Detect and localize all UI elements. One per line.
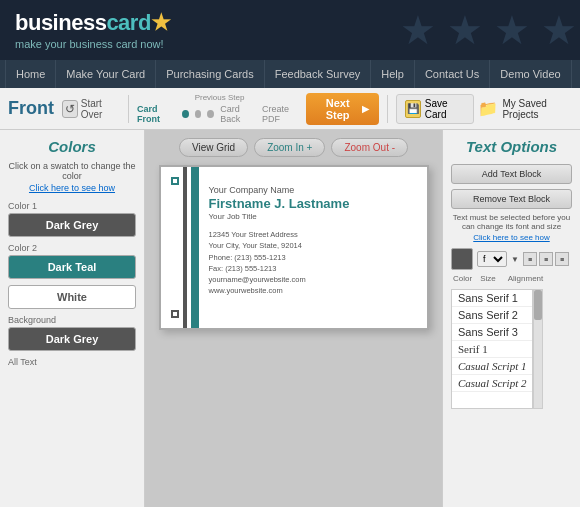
start-over-button[interactable]: ↺ Start Over [62, 98, 120, 120]
card-address: 12345 Your Street Address Your City, You… [209, 229, 419, 297]
canvas-area: View Grid Zoom In + Zoom Out - Your Comp… [145, 130, 442, 507]
size-label: Size [480, 274, 496, 283]
color2-group: Color 2 Dark Teal [8, 243, 136, 279]
font-sans-serif-2[interactable]: Sans Serif 2 [452, 307, 532, 324]
color1-label: Color 1 [8, 201, 136, 211]
card-accent-bar-teal [191, 167, 199, 328]
my-projects-button[interactable]: 📁 My Saved Projects [478, 98, 572, 120]
color-label: Color [453, 274, 472, 283]
logo: businesscard★ [15, 10, 170, 36]
colors-title: Colors [8, 138, 136, 155]
step-dot1 [182, 110, 189, 118]
main-content: Colors Click on a swatch to change the c… [0, 130, 580, 507]
next-step-button[interactable]: Next Step [306, 93, 379, 125]
background-group: Background Dark Grey [8, 315, 136, 351]
nav-home[interactable]: Home [5, 60, 56, 88]
step-card-front[interactable]: Card Front [137, 104, 176, 124]
card-name: Firstname J. Lastname [209, 196, 419, 211]
background-swatch[interactable]: Dark Grey [8, 327, 136, 351]
nav-purchasing-cards[interactable]: Purchasing Cards [156, 60, 264, 88]
font-serif-1[interactable]: Serif 1 [452, 341, 532, 358]
card-address1: 12345 Your Street Address [209, 229, 419, 240]
start-over-label: Start Over [81, 98, 120, 120]
nav-demo[interactable]: Demo Video [490, 60, 571, 88]
card-address2: Your City, Your State, 92014 [209, 240, 419, 251]
text-color-swatch[interactable] [451, 248, 473, 270]
card-company: Your Company Name [209, 185, 419, 195]
divider [128, 95, 129, 123]
card-content: Your Company Name Firstname J. Lastname … [209, 185, 419, 297]
nav-feedback[interactable]: Feedback Survey [265, 60, 372, 88]
align-left-button[interactable]: ≡ [523, 252, 537, 266]
colors-help-link[interactable]: Click here to see how [8, 183, 136, 193]
font-list: Sans Serif 1 Sans Serif 2 Sans Serif 3 S… [451, 289, 533, 409]
add-text-block-button[interactable]: Add Text Block [451, 164, 572, 184]
color1-group: Color 1 Dark Grey [8, 201, 136, 237]
save-label: Save Card [425, 98, 466, 120]
control-labels: Color Size Alignment [451, 274, 572, 283]
font-sans-serif-1[interactable]: Sans Serif 1 [452, 290, 532, 307]
color3-group: White [8, 285, 136, 309]
text-options-title: Text Options [451, 138, 572, 155]
text-controls: f 8 9 10 12 ▼ ≡ ≡ ≡ [451, 248, 572, 270]
business-card-canvas[interactable]: Your Company Name Firstname J. Lastname … [159, 165, 429, 330]
step-dot3 [207, 110, 214, 118]
view-grid-button[interactable]: View Grid [179, 138, 248, 157]
nav-contact[interactable]: Contact Us [415, 60, 490, 88]
colors-hint: Click on a swatch to change the color [8, 161, 136, 181]
font-list-container: Sans Serif 1 Sans Serif 2 Sans Serif 3 S… [451, 289, 572, 409]
toolbar: Front ↺ Start Over Previous Step Card Fr… [0, 88, 580, 130]
zoom-in-button[interactable]: Zoom In + [254, 138, 325, 157]
color2-swatch[interactable]: Dark Teal [8, 255, 136, 279]
scrollbar-thumb[interactable] [534, 290, 542, 320]
text-size-select[interactable]: f 8 9 10 12 [477, 251, 507, 267]
font-sans-serif-3[interactable]: Sans Serif 3 [452, 324, 532, 341]
card-deco-top [171, 177, 179, 185]
header: businesscard★ make your business card no… [0, 0, 580, 60]
save-card-button[interactable]: 💾 Save Card [396, 94, 474, 124]
alignment-buttons: ≡ ≡ ≡ [523, 252, 569, 266]
folder-icon: 📁 [478, 99, 498, 118]
save-icon: 💾 [405, 100, 421, 118]
font-casual-script-1[interactable]: Casual Script 1 [452, 358, 532, 375]
background-label: Background [8, 315, 136, 325]
card-fax: Fax: (213) 555-1213 [209, 263, 419, 274]
step-dot2 [195, 110, 202, 118]
front-label: Front [8, 98, 54, 119]
remove-text-block-button[interactable]: Remove Text Block [451, 189, 572, 209]
refresh-icon: ↺ [62, 100, 78, 118]
card-accent-bar-grey [183, 167, 187, 328]
card-phone: Phone: (213) 555-1213 [209, 252, 419, 263]
color2-label: Color 2 [8, 243, 136, 253]
align-center-button[interactable]: ≡ [539, 252, 553, 266]
text-options-panel: Text Options Add Text Block Remove Text … [442, 130, 580, 507]
all-text-label: All Text [8, 357, 136, 367]
colors-panel: Colors Click on a swatch to change the c… [0, 130, 145, 507]
align-right-button[interactable]: ≡ [555, 252, 569, 266]
text-hint: Text must be selected before you can cha… [451, 213, 572, 231]
card-email: yourname@yourwebsite.com [209, 274, 419, 285]
font-list-scrollbar[interactable] [533, 289, 543, 409]
card-job-title: Your Job Title [209, 212, 419, 221]
header-decoration: ★ ★ ★ ★ [380, 0, 580, 60]
color1-swatch[interactable]: Dark Grey [8, 213, 136, 237]
zoom-out-button[interactable]: Zoom Out - [331, 138, 408, 157]
color3-swatch[interactable]: White [8, 285, 136, 309]
tagline: make your business card now! [15, 38, 170, 50]
nav-help[interactable]: Help [371, 60, 415, 88]
projects-label: My Saved Projects [502, 98, 572, 120]
dropdown-icon: ▼ [511, 255, 519, 264]
text-help-link[interactable]: Click here to see how [451, 233, 572, 242]
font-casual-script-2[interactable]: Casual Script 2 [452, 375, 532, 392]
card-deco-bottom [171, 310, 179, 318]
divider2 [387, 95, 388, 123]
card-website: www.yourwebsite.com [209, 285, 419, 296]
alignment-label: Alignment [508, 274, 544, 283]
navigation: Home Make Your Card Purchasing Cards Fee… [0, 60, 580, 88]
canvas-toolbar: View Grid Zoom In + Zoom Out - [171, 130, 416, 165]
nav-make-card[interactable]: Make Your Card [56, 60, 156, 88]
step-card-back[interactable]: Card Back [220, 104, 256, 124]
prev-step-label: Previous Step [195, 93, 245, 102]
step-create-pdf[interactable]: Create PDF [262, 104, 302, 124]
